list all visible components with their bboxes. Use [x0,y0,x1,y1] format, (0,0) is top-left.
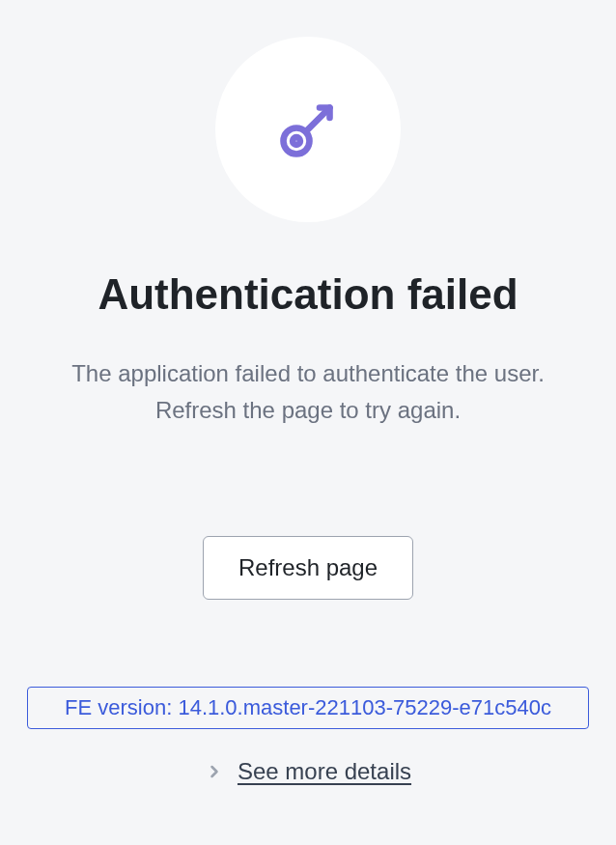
error-message: The application failed to authenticate t… [48,355,568,430]
svg-line-2 [306,108,330,132]
version-text: FE version: 14.1.0.master-221103-75229-e… [65,695,551,719]
message-line-1: The application failed to authenticate t… [71,355,545,392]
refresh-page-button[interactable]: Refresh page [203,536,413,600]
icon-circle [215,37,401,222]
svg-point-1 [293,137,300,145]
version-info: FE version: 14.1.0.master-221103-75229-e… [27,687,589,729]
button-container: Refresh page [203,536,413,600]
key-icon [273,95,343,164]
see-more-details-link[interactable]: See more details [238,758,411,785]
chevron-right-icon [205,762,224,781]
see-more-details-toggle[interactable]: See more details [205,758,411,785]
page-title: Authentication failed [98,270,518,319]
message-line-2: Refresh the page to try again. [71,392,545,429]
